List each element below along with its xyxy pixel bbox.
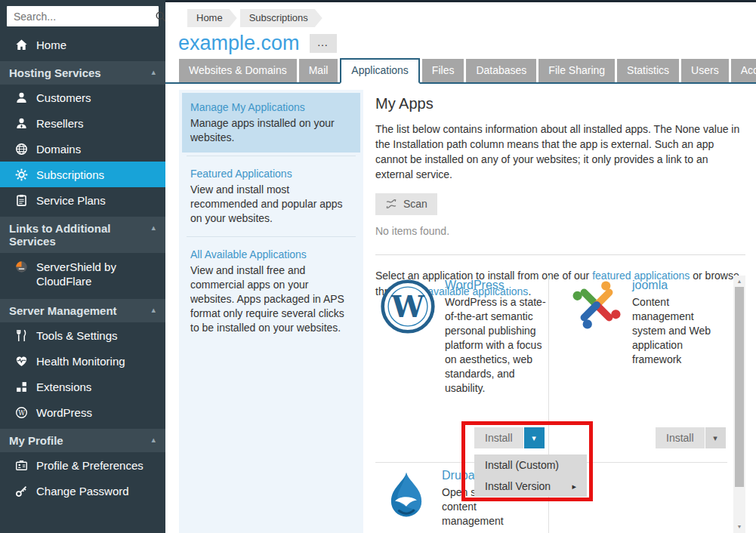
sidebar-item-profile-preferences[interactable]: Profile & Preferences <box>0 452 165 478</box>
sidebar-item-label: Home <box>36 39 66 51</box>
nav-featured-applications[interactable]: Featured Applications View and install m… <box>182 159 360 233</box>
key-icon <box>15 485 28 498</box>
applications-nav-panel: Manage My Applications Manage apps insta… <box>179 90 363 533</box>
wordpress-logo: W <box>380 279 436 334</box>
id-badge-icon <box>15 459 28 472</box>
install-dropdown-menu: Install (Custom) Install Version ▸ <box>474 454 587 497</box>
main-panel: My Apps The list below contains informat… <box>375 90 745 533</box>
tab-account[interactable]: Account <box>731 59 756 82</box>
sidebar-item-home[interactable]: Home <box>0 32 165 57</box>
page-title[interactable]: example.com <box>178 32 300 55</box>
sidebar-item-wordpress[interactable]: W WordPress <box>0 399 165 425</box>
joomla-title-link[interactable]: joomla <box>632 279 668 292</box>
app-description: WordPress is a state-of-the-art semantic… <box>445 295 551 396</box>
menu-item-install-custom[interactable]: Install (Custom) <box>474 454 587 476</box>
app-card-wordpress: W WordPress WordPress is a state-of-the-… <box>380 279 551 396</box>
sidebar-item-health-monitoring[interactable]: Health Monitoring <box>0 348 165 374</box>
sidebar-item-label: WordPress <box>36 406 92 419</box>
sidebar-item-extensions[interactable]: Extensions <box>0 374 165 399</box>
cloudflare-icon <box>15 260 28 273</box>
sidebar-item-label: Health Monitoring <box>36 355 125 368</box>
sidebar-section-my-profile[interactable]: My Profile ▴ <box>0 429 165 452</box>
wordpress-install-button[interactable]: Install <box>474 427 523 448</box>
collapse-icon: ▴ <box>151 67 156 77</box>
wordpress-title-link[interactable]: WordPress <box>445 279 505 292</box>
tab-files[interactable]: Files <box>422 59 464 82</box>
divider <box>187 156 356 156</box>
section-title: Server Management <box>9 304 117 317</box>
submenu-caret-icon: ▸ <box>572 479 576 493</box>
nav-item-title[interactable]: Featured Applications <box>190 167 352 181</box>
wordpress-install-dropdown-toggle[interactable]: ▾ <box>524 427 545 448</box>
wordpress-install-controls: Install ▾ <box>474 427 545 448</box>
sidebar-item-change-password[interactable]: Change Password <box>0 478 165 504</box>
nav-item-title[interactable]: All Available Applications <box>190 248 352 262</box>
nav-manage-my-applications[interactable]: Manage My Applications Manage apps insta… <box>182 93 360 153</box>
nav-item-desc: View and install most recommended and po… <box>190 183 343 224</box>
sidebar-item-label: Customers <box>36 91 91 104</box>
globe-icon <box>15 143 28 156</box>
sidebar-item-customers[interactable]: Customers <box>0 85 165 110</box>
person-icon <box>15 91 28 104</box>
more-actions-button[interactable]: … <box>310 34 337 53</box>
app-card-joomla: joomla Content management system and Web… <box>570 279 723 367</box>
tab-file-sharing[interactable]: File Sharing <box>538 59 615 82</box>
scan-button[interactable]: Scan <box>375 193 437 215</box>
collapse-icon: ▴ <box>151 435 156 445</box>
drupal-title-link[interactable]: Drupal <box>442 469 477 482</box>
section-title: Links to Additional Services <box>9 222 110 248</box>
drupal-logo <box>380 469 433 526</box>
body-row: Manage My Applications Manage apps insta… <box>165 84 756 533</box>
sidebar-item-servershield[interactable]: ServerShield by CloudFlare <box>0 253 165 295</box>
nav-item-title[interactable]: Manage My Applications <box>190 100 352 115</box>
sidebar-item-label: Profile & Preferences <box>36 459 143 472</box>
scrollbar-down-arrow[interactable]: ▼ <box>733 524 745 529</box>
sidebar-item-label: ServerShield by CloudFlare <box>36 260 150 288</box>
heart-pulse-icon <box>15 355 28 368</box>
content-area: Home Subscriptions example.com … Website… <box>165 0 756 533</box>
joomla-install-dropdown-toggle[interactable]: ▾ <box>705 427 726 448</box>
svg-text:W: W <box>390 290 425 324</box>
sidebar-item-service-plans[interactable]: Service Plans <box>0 187 165 213</box>
home-icon <box>15 39 28 51</box>
sidebar-item-subscriptions[interactable]: Subscriptions <box>0 162 165 187</box>
sidebar-item-label: Service Plans <box>36 194 106 207</box>
app-description: Content management system and Web applic… <box>632 295 723 367</box>
sidebar-section-additional-services[interactable]: Links to Additional Services ▴ <box>0 217 165 253</box>
sidebar-item-resellers[interactable]: Resellers <box>0 110 165 136</box>
reseller-icon <box>15 117 28 130</box>
scrollbar-up-arrow[interactable]: ▲ <box>733 279 745 284</box>
gear-icon <box>15 168 28 181</box>
scan-button-label: Scan <box>403 198 427 210</box>
clipboard-icon <box>15 194 28 207</box>
joomla-install-button[interactable]: Install <box>656 427 705 448</box>
breadcrumb: Home Subscriptions <box>187 9 756 27</box>
tab-mail[interactable]: Mail <box>299 59 338 82</box>
joomla-logo <box>570 279 623 331</box>
breadcrumb-subscriptions[interactable]: Subscriptions <box>240 9 322 27</box>
nav-all-available-applications[interactable]: All Available Applications View and inst… <box>182 240 360 343</box>
utensils-icon <box>15 329 28 342</box>
breadcrumb-home[interactable]: Home <box>187 9 237 27</box>
tab-databases[interactable]: Databases <box>466 59 536 82</box>
sidebar-item-label: Change Password <box>36 485 129 498</box>
menu-item-label: Install (Custom) <box>485 458 559 472</box>
intro-text: The list below contains information abou… <box>375 122 745 182</box>
menu-item-label: Install Version <box>485 479 551 493</box>
search-input[interactable] <box>7 11 155 23</box>
tab-users[interactable]: Users <box>681 59 729 82</box>
tab-applications[interactable]: Applications <box>340 58 420 84</box>
scrollbar-thumb[interactable] <box>735 287 744 487</box>
tab-websites-domains[interactable]: Websites & Domains <box>179 59 297 82</box>
tab-statistics[interactable]: Statistics <box>617 59 679 82</box>
wordpress-icon: W <box>15 406 28 419</box>
app-info: WordPress WordPress is a state-of-the-ar… <box>445 279 551 396</box>
sidebar-section-server-management[interactable]: Server Management ▴ <box>0 299 165 322</box>
caret-down-icon: ▾ <box>532 433 536 443</box>
page-heading: My Apps <box>375 95 745 112</box>
menu-item-install-version[interactable]: Install Version ▸ <box>474 476 587 497</box>
sidebar-item-tools-settings[interactable]: Tools & Settings <box>0 322 165 348</box>
nav-item-desc: Manage apps installed on your websites. <box>190 117 335 143</box>
sidebar-section-hosting-services[interactable]: Hosting Services ▴ <box>0 61 165 85</box>
sidebar-item-domains[interactable]: Domains <box>0 136 165 162</box>
